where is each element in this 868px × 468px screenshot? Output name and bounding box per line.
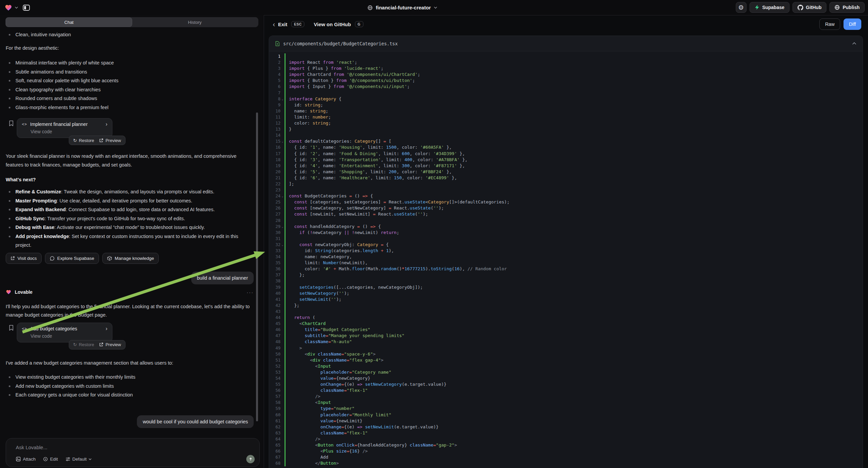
fold-gutter [280,424,284,430]
code-line: 39 setCategories([...categories, newCate… [272,284,863,290]
diff-added-indicator [284,387,285,393]
attach-button[interactable]: Attach [16,457,36,462]
line-number: 25 [272,199,280,205]
fold-toggle-icon[interactable]: ⌄ [280,242,284,248]
diff-button[interactable]: Diff [843,19,861,30]
preview-button[interactable]: Preview [99,342,121,347]
diff-added-indicator [284,78,285,84]
code-editor[interactable]: 12import React from 'react';3import { Pl… [269,52,863,468]
code-line: 43 [272,309,863,315]
preview-button[interactable]: Preview [99,138,121,143]
line-number: 14 [272,132,280,138]
line-number: 21 [272,175,280,181]
user-message: build a financial planner [191,272,254,284]
user-message: would be cool if you could add budget ca… [137,415,254,428]
bookmark-icon[interactable] [8,325,14,331]
chat-scrollbar[interactable] [256,113,258,421]
version-card[interactable]: <> Implement financial planner › View co… [17,118,113,138]
tab-history[interactable]: History [132,18,258,27]
exit-button[interactable]: Exit [278,22,287,27]
image-icon [16,457,21,462]
restore-button[interactable]: ↻ Restore [73,138,94,143]
publish-button[interactable]: Publish [829,2,865,13]
file-header[interactable]: src/components/budget/BudgetCategories.t… [269,36,863,51]
diff-added-indicator [284,169,285,175]
line-number: 36 [272,266,280,272]
send-button[interactable] [246,455,255,463]
code-line: 41 setNewLimit(''); [272,296,863,302]
diff-added-indicator [284,315,285,321]
fold-toggle-icon[interactable]: ⌄ [280,193,284,199]
collapse-file-button[interactable] [852,42,857,45]
code-text: className="flex-1" [289,430,368,436]
code-line: 21 { id: '6', name: 'Healthcare', limit:… [272,175,863,181]
view-code-link[interactable]: View code [31,333,107,339]
explore-supabase-button[interactable]: Explore Supabase [45,253,99,264]
github-button[interactable]: GitHub [793,2,827,13]
sliders-icon [65,457,70,462]
manage-knowledge-button[interactable]: Manage knowledge [102,253,159,264]
fold-gutter [280,406,284,412]
fold-gutter [280,266,284,272]
line-number: 27 [272,211,280,217]
lovable-heart-logo[interactable] [4,4,12,11]
fold-gutter [280,448,284,454]
mode-selector[interactable]: Default [65,457,92,462]
project-switcher[interactable]: financial-future-creator [367,0,437,15]
code-panel-header: ‹ Exit ESC View on GitHub G Raw Diff [264,16,868,33]
view-code-link[interactable]: View code [31,129,107,134]
view-on-github-button[interactable]: View on GitHub [314,22,351,27]
code-line: 51 <div className="flex gap-4"> [272,357,863,363]
publish-globe-icon [834,5,840,10]
assistant-name: Lovable [15,289,33,295]
diff-added-indicator [284,345,285,351]
settings-button[interactable]: ⚙ [736,2,747,13]
tab-chat[interactable]: Chat [6,18,132,27]
code-line: 65 <Button onClick={handleAddCategory} c… [272,442,863,448]
fold-toggle-icon[interactable]: ⌄ [280,96,284,102]
diff-added-indicator [284,217,285,224]
edit-button[interactable]: Edit [43,457,58,462]
line-number: 26 [272,205,280,211]
fold-gutter [280,254,284,260]
diff-added-indicator [284,254,285,260]
list-item: Add project knowledge: Set key context o… [6,232,247,250]
code-text: const [newCategory, setNewCategory] = Re… [289,205,444,211]
chevron-down-icon[interactable] [15,6,18,9]
restore-button[interactable]: ↻ Restore [73,342,94,347]
back-chevron-icon[interactable]: ‹ [273,21,275,28]
version-card[interactable]: <> Add budget categories › View code [17,323,113,343]
file-diff-card: src/components/budget/BudgetCategories.t… [269,36,863,468]
code-text: color: '#' + Math.floor(Math.random()*16… [289,266,507,272]
diff-added-indicator [284,418,285,424]
diff-added-indicator [284,309,285,315]
diff-added-indicator [284,236,285,242]
bookmark-icon[interactable] [8,120,14,126]
code-text: { id: '5', name: 'Shopping', limit: 200,… [289,169,452,175]
line-number: 12 [272,120,280,126]
fold-toggle-icon[interactable]: ⌄ [280,224,284,230]
diff-added-indicator [284,71,285,78]
chat-message-list[interactable]: Clean, intuitive navigation For the desi… [0,29,264,437]
supabase-button[interactable]: Supabase [750,2,789,13]
fold-gutter [280,260,284,266]
code-text: const newCategoryObj: Category = { [289,242,389,248]
chat-composer[interactable]: Ask Lovable... Attach Edit [6,438,260,467]
fold-gutter [280,114,284,120]
list-item: Add new budget categories with custom li… [6,382,254,391]
diff-added-indicator [284,181,285,187]
line-number: 37 [272,272,280,278]
code-text: <Input [289,363,331,369]
sidebar-toggle-button[interactable] [23,4,30,11]
fold-toggle-icon[interactable]: ⌄ [280,138,284,144]
line-number: 22 [272,181,280,187]
line-number: 57 [272,393,280,400]
line-number: 16 [272,144,280,150]
chat-input[interactable]: Ask Lovable... [16,444,255,450]
fold-gutter [280,163,284,169]
visit-docs-button[interactable]: Visit docs [6,253,41,264]
fold-gutter [280,321,284,327]
chat-history-tabs: Chat History [5,17,258,27]
raw-button[interactable]: Raw [819,19,840,30]
more-options-icon[interactable]: ··· [247,289,254,295]
